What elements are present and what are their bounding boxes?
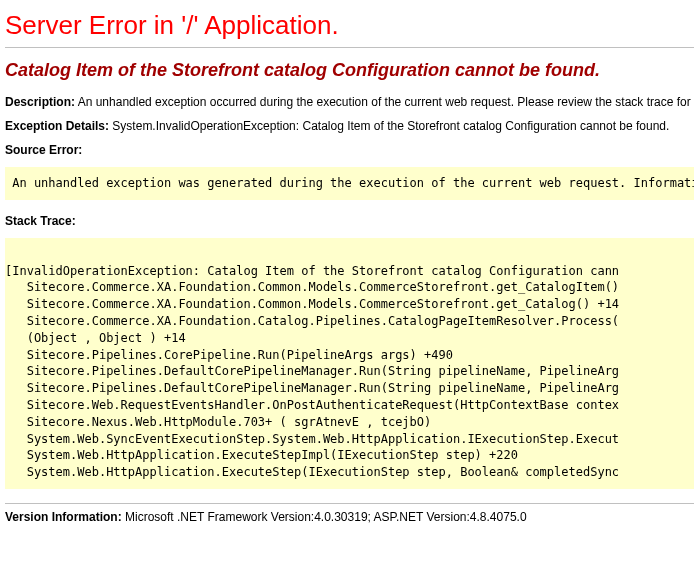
source-error-row: Source Error: (5, 143, 694, 157)
title-divider (5, 47, 694, 48)
description-text: An unhandled exception occurred during t… (75, 95, 694, 109)
exception-details-text: System.InvalidOperationException: Catalo… (109, 119, 669, 133)
error-subtitle: Catalog Item of the Storefront catalog C… (5, 60, 694, 81)
stack-trace-row: Stack Trace: (5, 214, 694, 228)
stack-trace-label: Stack Trace: (5, 214, 76, 228)
description-label: Description: (5, 95, 75, 109)
description-row: Description: An unhandled exception occu… (5, 95, 694, 109)
bottom-divider (5, 503, 694, 504)
version-text: Microsoft .NET Framework Version:4.0.303… (122, 510, 527, 524)
version-label: Version Information: (5, 510, 122, 524)
exception-details-label: Exception Details: (5, 119, 109, 133)
exception-row: Exception Details: System.InvalidOperati… (5, 119, 694, 133)
stack-trace-box: [InvalidOperationException: Catalog Item… (5, 238, 694, 489)
source-error-label: Source Error: (5, 143, 82, 157)
page-title: Server Error in '/' Application. (5, 10, 694, 41)
source-error-box: An unhandled exception was generated dur… (5, 167, 694, 200)
version-row: Version Information: Microsoft .NET Fram… (5, 510, 694, 524)
